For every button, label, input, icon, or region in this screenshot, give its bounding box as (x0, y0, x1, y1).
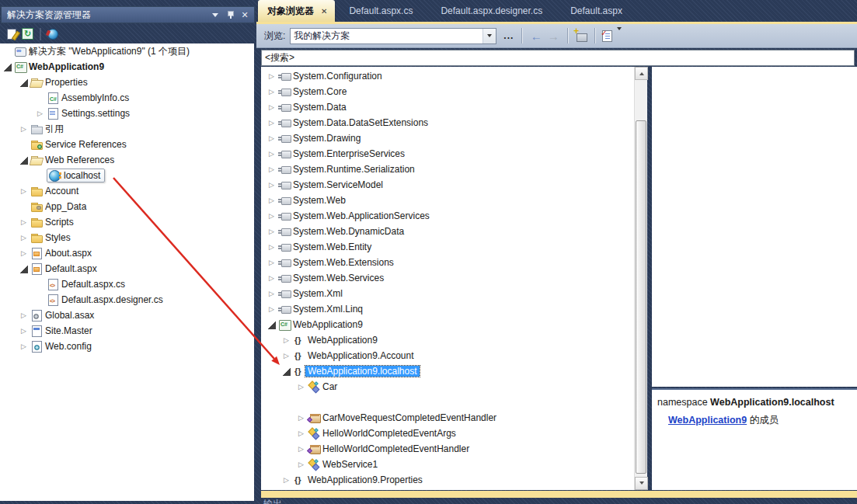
expand-icon[interactable]: ▷ (267, 119, 276, 127)
expand-icon[interactable]: ▷ (267, 196, 276, 205)
members-link[interactable]: WebApplication9 (668, 415, 747, 426)
tree-item[interactable]: Default.aspx.designer.cs (0, 292, 254, 308)
navigate-back-button[interactable]: ← (528, 30, 545, 43)
tree-item[interactable]: ▷HelloWorldCompletedEventArgs (261, 426, 634, 441)
expand-icon[interactable]: ▷ (297, 414, 305, 422)
browse-scope-combobox[interactable]: 我的解决方案 (290, 28, 496, 44)
tree-item[interactable]: ▷System.Runtime.Serialization (261, 162, 634, 177)
scrollbar-thumb[interactable] (636, 120, 646, 474)
expand-icon[interactable]: ▷ (297, 383, 305, 391)
expand-icon[interactable]: ▷ (267, 165, 276, 174)
tree-item[interactable]: ▷System.EnterpriseServices (261, 146, 634, 162)
tree-item[interactable]: ▷System.Data.DataSetExtensions (261, 115, 634, 130)
expand-icon[interactable]: ▷ (267, 274, 276, 283)
tree-item[interactable]: Properties (0, 75, 254, 90)
edit-custom-component-set-button[interactable]: ... (501, 30, 516, 41)
expand-icon[interactable]: ▷ (19, 187, 28, 196)
navigate-forward-button[interactable]: → (545, 30, 562, 43)
tree-item[interactable]: ▷Car (261, 379, 634, 395)
collapse-icon[interactable] (267, 321, 276, 329)
tree-item[interactable]: ▷WebApplication9 (261, 332, 634, 348)
tree-item[interactable]: ▷System.Xml.Linq (261, 301, 634, 317)
tree-item[interactable]: ▷System.Data (261, 99, 634, 115)
tree-item[interactable]: ▷About.aspx (0, 245, 254, 261)
close-tool-window-button[interactable]: ✕ (239, 9, 251, 20)
tree-item[interactable]: ▷System.Core (261, 84, 634, 99)
expand-icon[interactable]: ▷ (267, 243, 276, 252)
tree-item[interactable]: ▷System.Web (261, 193, 634, 208)
expand-icon[interactable]: ▷ (267, 134, 276, 143)
add-to-references-button[interactable] (573, 29, 589, 43)
refresh-button[interactable]: ↻ (19, 26, 36, 42)
tree-item[interactable]: ▷System.Web.DynamicData (261, 224, 634, 239)
expand-icon[interactable]: ▷ (267, 181, 276, 189)
tree-item[interactable]: ▷System.Web.Entity (261, 239, 634, 255)
tree-item[interactable]: App_Data (0, 199, 254, 214)
tree-item[interactable]: ▷Global.asax (0, 308, 254, 323)
search-input[interactable] (261, 50, 855, 66)
tree-item[interactable]: ▷System.Web.ApplicationServices (261, 208, 634, 224)
expand-icon[interactable]: ▷ (267, 305, 276, 314)
expand-icon[interactable]: ▷ (267, 88, 276, 96)
tree-item[interactable]: ▷System.Configuration (261, 68, 634, 84)
tree-item[interactable]: AssemblyInfo.cs (0, 90, 254, 106)
tree-item[interactable]: Default.aspx (0, 261, 254, 276)
tree-item[interactable]: ▷WebApplication9.Properties (261, 472, 634, 488)
combobox-dropdown-button[interactable] (482, 29, 496, 43)
expand-icon[interactable]: ▷ (267, 290, 276, 298)
tree-item[interactable]: ▷Account (0, 183, 254, 199)
expand-icon[interactable]: ▷ (19, 249, 28, 258)
expand-icon[interactable]: ▷ (267, 103, 276, 112)
close-icon[interactable]: ✕ (321, 7, 327, 16)
tab-default-aspx-cs[interactable]: Default.aspx.cs (335, 0, 427, 22)
expand-icon[interactable]: ▷ (267, 212, 276, 221)
expand-icon[interactable]: ▷ (36, 109, 44, 118)
scroll-up-button[interactable] (635, 67, 648, 80)
vertical-scrollbar[interactable] (634, 67, 647, 490)
tab-default-aspx[interactable]: Default.aspx (556, 0, 636, 22)
tree-item[interactable]: ▷System.Xml (261, 286, 634, 301)
tree-item[interactable]: ▷Web.config (0, 339, 254, 354)
solution-explorer-titlebar[interactable]: 解决方案资源管理器 ✕ (1, 6, 255, 23)
tab-object-browser[interactable]: 对象浏览器✕ (258, 0, 335, 22)
tree-item[interactable]: Service References (0, 137, 254, 152)
auto-hide-pin-button[interactable] (224, 9, 236, 20)
expand-icon[interactable]: ▷ (19, 327, 28, 335)
tree-item[interactable]: 解决方案 "WebApplication9" (1 个项目) (0, 43, 254, 59)
scroll-down-button[interactable] (635, 477, 648, 490)
expand-icon[interactable]: ▷ (282, 336, 291, 345)
expand-icon[interactable]: ▷ (19, 125, 28, 134)
expand-icon[interactable]: ▷ (297, 445, 305, 454)
tree-item[interactable]: ▷Scripts (0, 214, 254, 230)
tab-default-aspx-designer-cs[interactable]: Default.aspx.designer.cs (427, 0, 556, 22)
properties-button[interactable] (3, 26, 19, 42)
object-browser-settings-button[interactable] (601, 30, 613, 42)
window-position-menu-button[interactable] (209, 9, 221, 20)
tree-item[interactable]: ▷System.Drawing (261, 130, 634, 146)
tree-item[interactable]: Web References (0, 152, 254, 168)
expand-icon[interactable]: ▷ (267, 228, 276, 236)
expand-icon[interactable]: ▷ (297, 461, 305, 469)
tree-item[interactable]: Default.aspx.cs (0, 276, 254, 292)
expand-icon[interactable]: ▷ (267, 259, 276, 267)
tree-item[interactable]: ▷Settings.settings (0, 106, 254, 121)
expand-icon[interactable]: ▷ (282, 476, 291, 485)
tree-item[interactable]: ▷WebService1 (261, 457, 634, 472)
expand-icon[interactable]: ▷ (19, 342, 28, 351)
tree-item[interactable]: ▷System.Web.Services (261, 270, 634, 286)
view-in-browser-button[interactable] (44, 26, 61, 42)
expand-icon[interactable]: ▷ (19, 218, 28, 227)
tree-item[interactable]: ▷WebApplication9.Account (261, 348, 634, 363)
tree-item[interactable]: ▷引用 (0, 121, 254, 137)
expand-icon[interactable]: ▷ (297, 429, 305, 438)
expand-icon[interactable]: ▷ (282, 352, 291, 360)
tree-item[interactable]: ▷Styles (0, 230, 254, 245)
settings-dropdown-button[interactable] (617, 30, 622, 41)
tree-item[interactable]: WebApplication9.localhost (261, 363, 634, 379)
expand-icon[interactable]: ▷ (267, 150, 276, 158)
tree-item[interactable]: ▷System.ServiceModel (261, 177, 634, 193)
collapse-icon[interactable] (19, 156, 28, 165)
tree-item[interactable]: WebApplication9 (261, 317, 634, 332)
collapse-icon[interactable] (3, 63, 12, 71)
tree-item[interactable]: ▷Site.Master (0, 323, 254, 339)
